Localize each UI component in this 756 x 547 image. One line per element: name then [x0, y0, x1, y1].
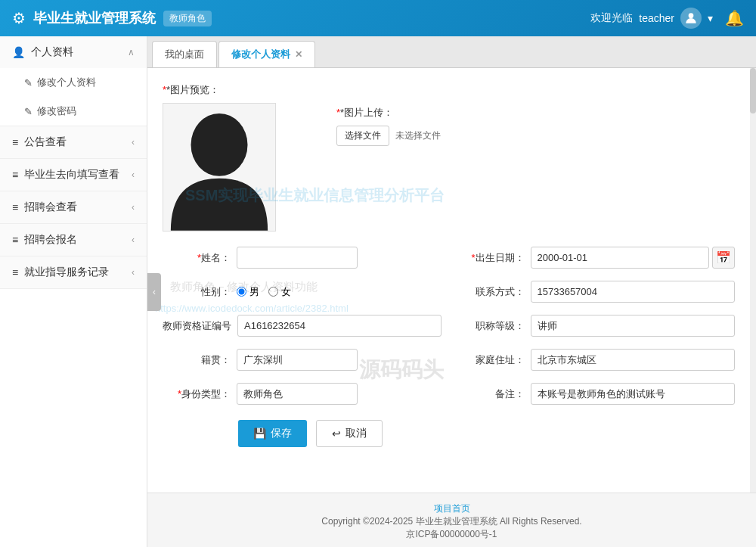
content-area: SSM实现毕业生就业信息管理分析平台 教师角色－修改个人资料功能 https:/…: [147, 68, 750, 493]
tab-close-icon[interactable]: ✕: [295, 49, 302, 60]
sidebar-section-grad-label: 毕业生去向填写查看: [24, 168, 119, 182]
gender-male-option[interactable]: 男: [237, 285, 259, 299]
sidebar-section-jobfair: ≡ 招聘会查看 ‹: [0, 191, 147, 224]
welcome-text: 欢迎光临: [590, 11, 633, 25]
tabs-bar: 我的桌面 修改个人资料 ✕: [147, 36, 756, 68]
upload-filename: 未选择文件: [395, 129, 441, 142]
sidebar-section-grad: ≡ 毕业生去向填写查看 ‹: [0, 159, 147, 191]
watermark-3: https://www.icodedock.com/article/2382.h…: [155, 303, 349, 314]
sidebar-toggle[interactable]: ‹: [147, 273, 161, 311]
gender-female-option[interactable]: 女: [268, 285, 291, 299]
contact-input[interactable]: [531, 281, 736, 303]
avatar-upload-section: **图片预览： **图片上传：: [163, 83, 735, 232]
list-icon-5: ≡: [12, 266, 18, 278]
sidebar-section-employment: ≡ 就业指导服务记录 ‹: [0, 256, 147, 289]
header-left: ⚙ 毕业生就业管理系统 教师角色: [12, 9, 212, 27]
native-input[interactable]: [237, 349, 358, 371]
form-row-name-birth: *姓名： *出生日期： 📅: [163, 247, 735, 269]
home-address-input[interactable]: [531, 349, 736, 371]
title-input[interactable]: [531, 315, 736, 337]
tab-desktop-label: 我的桌面: [165, 48, 204, 61]
header-right: 欢迎光临 teacher ▾ 🔔: [590, 8, 744, 29]
save-icon: 💾: [253, 427, 266, 440]
chevron-right-icon-2: ‹: [132, 169, 135, 180]
svg-point-1: [191, 113, 248, 176]
footer-copyright: Copyright ©2024-2025 毕业生就业管理系统 All Right…: [147, 515, 756, 528]
sidebar-section-jobfair-label: 招聘会查看: [24, 200, 77, 214]
sidebar-section-personal-header[interactable]: 👤 个人资料 ∧: [0, 36, 147, 68]
cancel-button[interactable]: ↩ 取消: [316, 420, 383, 447]
footer-icp: 京ICP备00000000号-1: [147, 528, 756, 541]
name-input[interactable]: [237, 247, 358, 269]
header: ⚙ 毕业生就业管理系统 教师角色 欢迎光临 teacher ▾ 🔔: [0, 0, 756, 36]
gender-female-radio[interactable]: [268, 287, 278, 297]
form-row-identity-remark: *身份类型： 备注：: [163, 383, 735, 405]
form-group-identity: *身份类型：: [163, 383, 442, 405]
sidebar-section-personal-label: 个人资料: [31, 45, 73, 59]
username: teacher: [639, 12, 674, 24]
sidebar-section-employment-header[interactable]: ≡ 就业指导服务记录 ‹: [0, 256, 147, 288]
svg-point-0: [689, 13, 694, 18]
gear-icon[interactable]: ⚙: [12, 9, 26, 27]
remark-label: 备注：: [457, 387, 525, 401]
required-star-birth: *: [471, 252, 475, 263]
form-group-gender: 性别： 男 女: [163, 285, 442, 299]
tab-edit-profile-label: 修改个人资料: [231, 48, 290, 61]
native-label: 籍贯：: [163, 353, 231, 367]
sidebar-section-grad-header[interactable]: ≡ 毕业生去向填写查看 ‹: [0, 159, 147, 191]
dropdown-arrow-icon[interactable]: ▾: [708, 12, 713, 24]
identity-input[interactable]: [237, 383, 358, 405]
home-address-label: 家庭住址：: [457, 353, 525, 367]
avatar-placeholder: [163, 103, 276, 232]
identity-label: *身份类型：: [163, 387, 231, 401]
sidebar-item-change-password[interactable]: ✎ 修改密码: [0, 97, 147, 126]
sidebar-section-employment-label: 就业指导服务记录: [24, 266, 109, 279]
form-group-birth: *出生日期： 📅: [457, 247, 736, 269]
role-badge: 教师角色: [163, 11, 212, 26]
bell-icon[interactable]: 🔔: [725, 9, 744, 27]
person-silhouette-icon: [163, 103, 275, 232]
scrollbar-thumb[interactable]: [750, 68, 756, 113]
required-star-identity: *: [178, 388, 181, 399]
sidebar-section-announcements-header[interactable]: ≡ 公告查看 ‹: [0, 126, 147, 158]
sidebar-section-announcements: ≡ 公告查看 ‹: [0, 126, 147, 159]
choose-file-button[interactable]: 选择文件: [336, 126, 389, 146]
form-row-cert-title: 教师资格证编号 职称等级：: [163, 315, 735, 337]
footer: 项目首页 Copyright ©2024-2025 毕业生就业管理系统 All …: [147, 493, 756, 547]
edit-password-icon: ✎: [24, 106, 33, 117]
contact-label: 联系方式：: [457, 285, 525, 299]
birth-date-input[interactable]: [531, 247, 710, 269]
list-icon-1: ≡: [12, 136, 18, 148]
chevron-right-icon-1: ‹: [132, 137, 135, 148]
gender-female-label: 女: [281, 285, 291, 299]
birth-date-wrap: 📅: [531, 247, 736, 269]
form-group-name: *姓名：: [163, 247, 442, 269]
gender-male-label: 男: [249, 285, 259, 299]
save-button[interactable]: 💾 保存: [238, 420, 307, 447]
chevron-right-icon-3: ‹: [132, 202, 135, 213]
calendar-icon[interactable]: 📅: [712, 247, 735, 269]
form-group-contact: 联系方式：: [457, 281, 736, 303]
cert-input[interactable]: [237, 315, 442, 337]
footer-home-link[interactable]: 项目首页: [434, 503, 470, 514]
form-row-native-address: 籍贯： 家庭住址：: [163, 349, 735, 371]
list-icon-3: ≡: [12, 201, 18, 213]
avatar[interactable]: [680, 8, 702, 29]
gender-male-radio[interactable]: [237, 287, 246, 297]
title-label: 职称等级：: [457, 319, 525, 333]
form-group-home-address: 家庭住址：: [457, 349, 736, 371]
sidebar-section-jobfair-header[interactable]: ≡ 招聘会查看 ‹: [0, 191, 147, 223]
form-group-remark: 备注：: [457, 383, 736, 405]
list-icon-4: ≡: [12, 234, 18, 246]
form-group-native: 籍贯：: [163, 349, 442, 371]
sidebar-item-edit-profile-label: 修改个人资料: [37, 76, 96, 89]
remark-input[interactable]: [531, 383, 736, 405]
sidebar-section-jobfair-register-header[interactable]: ≡ 招聘会报名 ‹: [0, 224, 147, 256]
avatar-label: **图片预览：: [163, 83, 276, 97]
birth-label: *出生日期：: [457, 251, 525, 265]
scrollbar-track[interactable]: [750, 68, 756, 493]
tab-desktop[interactable]: 我的桌面: [152, 41, 217, 67]
upload-label: **图片上传：: [336, 106, 441, 120]
tab-edit-profile[interactable]: 修改个人资料 ✕: [218, 41, 315, 67]
sidebar-item-edit-profile[interactable]: ✎ 修改个人资料: [0, 68, 147, 97]
